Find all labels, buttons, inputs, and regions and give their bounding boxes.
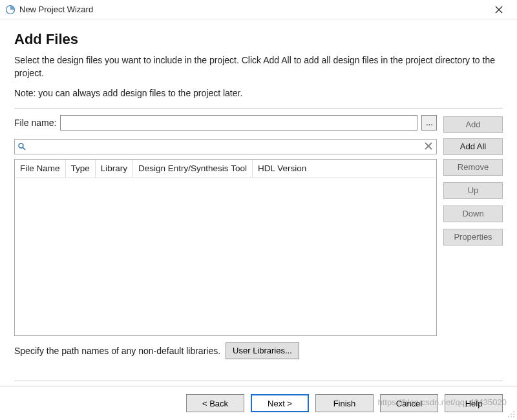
add-button[interactable]: Add [443,116,503,133]
table-header: File Name Type Library Design Entry/Synt… [15,160,436,178]
next-button[interactable]: Next > [251,394,309,412]
files-table: File Name Type Library Design Entry/Synt… [14,159,437,336]
down-button[interactable]: Down [443,205,503,222]
up-button[interactable]: Up [443,182,503,199]
filter-box [14,139,437,154]
svg-point-4 [511,414,512,415]
search-icon [17,142,26,151]
clear-filter-icon[interactable] [425,142,434,151]
col-design-tool[interactable]: Design Entry/Synthesis Tool [133,160,253,178]
resize-grip[interactable] [507,410,516,419]
svg-point-8 [513,416,514,417]
finish-button[interactable]: Finish [315,394,374,412]
page-description: Select the design files you want to incl… [14,54,503,79]
file-name-input[interactable] [60,115,417,131]
col-library[interactable]: Library [96,160,133,178]
separator [14,108,503,109]
filter-input[interactable] [29,141,422,152]
col-type[interactable]: Type [66,160,96,178]
close-icon [495,6,503,14]
svg-point-7 [511,416,512,417]
window-title: New Project Wizard [19,5,93,14]
properties-button[interactable]: Properties [443,229,503,246]
footer-nav: < Back Next > Finish Cancel Help [0,386,517,412]
help-button[interactable]: Help [445,394,503,412]
footer-separator [14,381,503,381]
page-title: Add Files [14,31,503,48]
col-hdl-version[interactable]: HDL Version [253,160,436,178]
file-name-label: File name: [14,118,56,128]
user-libraries-button[interactable]: User Libraries... [226,342,299,359]
app-icon [5,5,16,15]
cancel-button[interactable]: Cancel [380,394,438,412]
svg-point-1 [19,143,23,148]
add-all-button[interactable]: Add All [443,138,503,155]
svg-point-5 [513,414,514,415]
back-button[interactable]: < Back [186,394,244,412]
browse-button[interactable]: ... [421,115,437,131]
title-bar: New Project Wizard [0,0,517,19]
svg-line-2 [23,147,25,150]
user-libraries-label: Specify the path names of any non-defaul… [14,346,220,356]
svg-point-6 [508,416,509,417]
close-button[interactable] [486,1,512,19]
remove-button[interactable]: Remove [443,159,503,176]
col-file-name[interactable]: File Name [15,160,66,178]
svg-point-3 [513,411,514,412]
page-note: Note: you can always add design files to… [14,87,503,100]
